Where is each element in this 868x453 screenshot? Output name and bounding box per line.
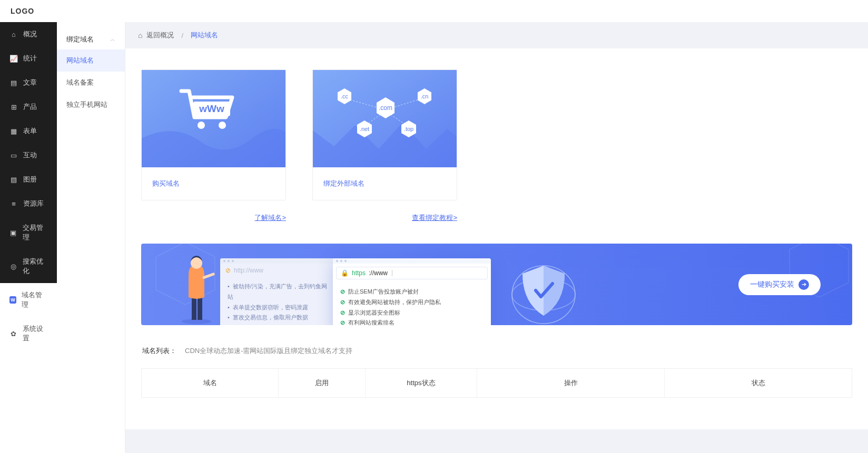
secondary-sidebar: 绑定域名︿ 网站域名 域名备案 独立手机网站 (57, 22, 125, 453)
link-learn-domain[interactable]: 了解域名> (254, 213, 286, 223)
shield-illustration (491, 253, 596, 325)
transaction-icon: ▣ (9, 228, 17, 237)
http-mini-browser: ⊘http://www 被劫持/污染，充满广告，去到钓鱼网站 表单提交数据窃听，… (220, 258, 336, 325)
warning-icon: ⊘ (225, 267, 231, 274)
link-bind-tutorial[interactable]: 查看绑定教程> (412, 213, 457, 223)
person-illustration-icon (173, 251, 220, 325)
home-icon: ⌂ (138, 31, 142, 39)
svg-text:.top: .top (404, 126, 413, 132)
sidebar-item-forms[interactable]: ▦表单 (0, 119, 57, 143)
sidebar-item-products[interactable]: ⊞产品 (0, 95, 57, 119)
svg-rect-22 (192, 296, 196, 320)
gear-icon: ✿ (9, 329, 17, 338)
https-banner: ⊘http://www 被劫持/污染，充满广告，去到钓鱼网站 表单提交数据窃听，… (141, 244, 852, 325)
svg-point-2 (219, 122, 226, 129)
domain-list-header: 域名列表： CDN全球动态加速-需网站国际版且绑定独立域名才支持 (142, 346, 851, 356)
sidebar-item-stats[interactable]: 📈统计 (0, 46, 57, 71)
breadcrumb: ⌂ 返回概况 / 网站域名 (125, 22, 868, 48)
svg-text:.net: .net (360, 126, 369, 132)
check-icon: ⊘ (340, 318, 345, 325)
chat-icon: ▭ (9, 151, 18, 159)
table-header-row: 域名 启用 https状态 操作 状态 (142, 369, 852, 397)
check-icon: ⊘ (340, 297, 345, 308)
arrow-right-icon: ➔ (798, 279, 809, 290)
chart-icon: 📈 (9, 54, 18, 63)
chevron-up-icon: ︿ (110, 36, 115, 43)
form-icon: ▦ (9, 127, 18, 135)
sidebar-item-transactions[interactable]: ▣交易管理 (0, 216, 57, 249)
breadcrumb-separator: / (181, 32, 183, 39)
logo[interactable]: LOGO (11, 7, 34, 15)
top-bar: LOGO (0, 0, 868, 22)
primary-sidebar: ⌂概况 📈统计 ▤文章 ⊞产品 ▦表单 ▭互动 ▧图册 ≡资源库 ▣交易管理 ◎… (0, 22, 57, 453)
one-click-install-button[interactable]: 一键购买安装 ➔ (738, 274, 821, 295)
card-bind-external[interactable]: .cc .com .cn .net .top 绑定外部域名 (312, 69, 457, 200)
svg-text:.com: .com (379, 104, 392, 112)
svg-text:wWw: wWw (199, 103, 224, 114)
breadcrumb-back[interactable]: 返回概况 (146, 31, 174, 40)
svg-text:.cn: .cn (421, 93, 429, 99)
sub-sidebar-title[interactable]: 绑定域名︿ (57, 29, 125, 49)
database-icon: ≡ (9, 199, 18, 208)
cards-row: wWw wWw 购买域名 了解域名> (141, 69, 852, 223)
w-badge-icon: W (9, 296, 16, 304)
sidebar-item-seo[interactable]: ◎搜索优化 (0, 249, 57, 283)
sidebar-item-domain-manage[interactable]: W域名管理 (0, 283, 57, 317)
sub-item-domain-record[interactable]: 域名备案 (57, 72, 125, 94)
https-mini-browser: 🔒 https://www ⊘防止SEM广告投放账户被封 ⊘有效避免网站被劫持，… (333, 258, 491, 325)
sidebar-item-system-settings[interactable]: ✿系统设置 (0, 317, 57, 350)
lock-icon: 🔒 (341, 269, 349, 277)
sidebar-item-gallery[interactable]: ▧图册 (0, 167, 57, 192)
card-buy-domain-image: wWw wWw (142, 70, 285, 167)
card-bind-external-image: .cc .com .cn .net .top (313, 70, 457, 167)
sidebar-item-interact[interactable]: ▭互动 (0, 143, 57, 167)
th-actions: 操作 (477, 369, 665, 397)
target-icon: ◎ (9, 262, 17, 270)
bad-point: 被劫持/污染，充满广告，去到钓鱼网站 (228, 281, 329, 303)
check-icon: ⊘ (340, 308, 345, 318)
svg-rect-23 (198, 296, 202, 320)
domain-list-title: 域名列表： (142, 346, 176, 356)
file-icon: ▤ (9, 78, 18, 87)
svg-text:.cc: .cc (341, 93, 349, 99)
card-buy-domain[interactable]: wWw wWw 购买域名 (141, 69, 286, 200)
th-enabled: 启用 (279, 369, 366, 397)
sidebar-item-articles[interactable]: ▤文章 (0, 71, 57, 95)
card-bind-external-label: 绑定外部域名 (313, 167, 457, 200)
domain-table: 域名 启用 https状态 操作 状态 (141, 368, 852, 398)
th-domain: 域名 (142, 369, 279, 397)
th-https: https状态 (366, 369, 477, 397)
th-status: 状态 (665, 369, 852, 397)
bad-point: 表单提交数据窃听，密码泄露 (228, 303, 329, 313)
sub-item-site-domain[interactable]: 网站域名 (57, 49, 125, 72)
bad-point: 篡改交易信息，偷取用户数据 (228, 313, 329, 323)
main-panel: wWw wWw 购买域名 了解域名> (125, 48, 868, 429)
sidebar-item-resources[interactable]: ≡资源库 (0, 192, 57, 216)
breadcrumb-current: 网站域名 (191, 31, 218, 40)
sidebar-item-overview[interactable]: ⌂概况 (0, 22, 57, 46)
sub-item-mobile-site[interactable]: 独立手机网站 (57, 94, 125, 116)
card-buy-domain-label: 购买域名 (142, 167, 285, 200)
content-area: ⌂ 返回概况 / 网站域名 (125, 22, 868, 453)
home-icon: ⌂ (9, 30, 18, 38)
domain-list-hint: CDN全球动态加速-需网站国际版且绑定独立域名才支持 (185, 346, 353, 356)
check-icon: ⊘ (340, 287, 345, 297)
image-icon: ▧ (9, 175, 18, 184)
grid-icon: ⊞ (9, 103, 18, 111)
svg-point-1 (198, 122, 205, 129)
